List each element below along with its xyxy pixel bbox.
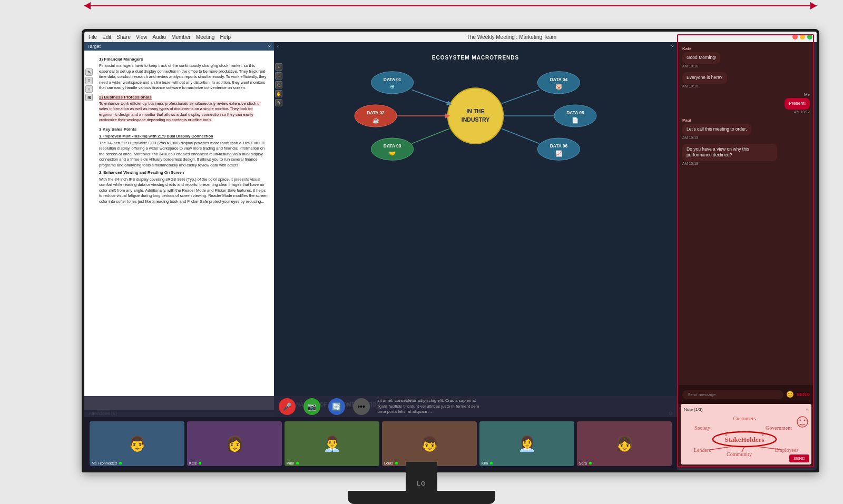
svg-point-7	[355, 105, 397, 127]
monitor-stand-neck	[406, 462, 437, 493]
pres-nav-left[interactable]: ‹	[277, 44, 279, 49]
attendee-kate-face: 👩	[187, 421, 282, 466]
share-icon: 🔄	[332, 402, 341, 411]
note-close-icon[interactable]: ×	[806, 407, 808, 412]
doc-panel-header: Target ×	[84, 42, 274, 51]
svg-text:IN THE: IN THE	[466, 108, 484, 114]
svg-text:DATA 03: DATA 03	[384, 143, 401, 149]
svg-text:DATA 04: DATA 04	[550, 77, 568, 82]
chat-input[interactable]	[682, 390, 783, 399]
note-title: Note (1/3)	[684, 407, 703, 412]
pres-tool-pencil[interactable]: ✎	[275, 99, 282, 106]
attendee-louis: 👦 Louis	[382, 421, 477, 466]
pres-tool-minus[interactable]: −	[275, 72, 282, 80]
svg-text:Community: Community	[727, 451, 752, 457]
doc-section-2-body: To enhance work efficiency, business pro…	[99, 101, 270, 123]
chat-msg-kate-2: Everyone is here? AM 10:10	[682, 72, 810, 88]
menu-edit[interactable]: Edit	[102, 34, 111, 40]
chat-sender-paul: Paul	[682, 118, 691, 123]
chat-time-me: AM 10:12	[794, 110, 810, 114]
doc-section-2-body-text: To enhance work efficiency, business pro…	[99, 101, 261, 123]
doc-section-3-title: 3 Key Sales Points	[99, 126, 270, 132]
svg-text:🐷: 🐷	[555, 83, 563, 90]
menu-file[interactable]: File	[89, 34, 97, 40]
svg-text:DATA 06: DATA 06	[550, 143, 568, 149]
doc-title: Target	[87, 44, 101, 49]
share-button[interactable]: 🔄	[328, 398, 345, 415]
tool-text[interactable]: T	[85, 77, 93, 84]
attendee-louis-face: 👦	[382, 421, 477, 466]
svg-point-38	[800, 420, 801, 421]
note-header: Note (1/3) ×	[684, 407, 808, 412]
attendee-me-face: 👨	[90, 421, 184, 466]
mic-icon: 🎤	[282, 402, 291, 411]
chat-input-area: 😊 SEND	[678, 385, 814, 404]
minimize-button[interactable]	[800, 34, 805, 39]
attendee-kim-face: 👩‍💼	[479, 421, 574, 466]
chat-bubble-paul-2: Do you have a view on why this performan…	[682, 144, 777, 162]
tool-pencil[interactable]: ✎	[85, 68, 93, 76]
close-button[interactable]	[792, 34, 798, 39]
attendee-louis-name: Louis	[384, 461, 398, 465]
note-send-button[interactable]: SEND	[789, 454, 809, 462]
tool-shape[interactable]: ○	[85, 85, 93, 93]
menu-view[interactable]: View	[136, 34, 148, 40]
svg-text:⊕: ⊕	[390, 83, 395, 90]
svg-point-3	[371, 72, 414, 94]
pres-tool-plus[interactable]: +	[275, 63, 282, 71]
svg-line-26	[502, 129, 540, 143]
svg-line-18	[502, 90, 540, 104]
ecosystem-svg: IN THE INDUSTRY DATA 01 ⊕ DATA 02 ☕	[274, 63, 677, 169]
chat-sender-kate: Kate	[682, 46, 691, 51]
chat-bubble-me: Present!	[785, 98, 810, 110]
monitor-screen: File Edit Share View Audio Member Meetin…	[84, 32, 817, 470]
attendee-kim-name: Kim	[482, 461, 493, 465]
pres-tool-fit[interactable]: ⊡	[275, 81, 282, 88]
video-button[interactable]: 📷	[303, 398, 320, 415]
chat-time-kate-2: AM 10:10	[682, 84, 698, 88]
monitor-stand-base	[348, 491, 495, 504]
doc-section-2-highlight: 2) Business Professionals	[99, 95, 152, 100]
doc-close-icon[interactable]: ×	[268, 44, 271, 49]
chat-panel: Kate Good Morning! AM 10:10 Everyone is …	[678, 42, 814, 467]
chat-send-button[interactable]: SEND	[797, 392, 810, 397]
pres-header: ‹ ×	[274, 42, 677, 51]
doc-subsection-2: 2. Enhanced Viewing and Reading On Scree…	[99, 170, 270, 176]
chat-me-label: Me	[804, 92, 810, 97]
window-controls	[792, 34, 817, 39]
menu-share[interactable]: Share	[116, 34, 131, 40]
mic-button[interactable]: 🎤	[279, 398, 296, 415]
attendee-sara-name: Sara	[579, 461, 592, 465]
video-icon: 📷	[307, 402, 316, 411]
doc-section-2-title: 2) Business Professionals	[99, 94, 270, 100]
svg-line-40	[710, 447, 731, 450]
attendees-bar: 👨 Me / connected 👩 Kate 👨‍💼 Paul 👦 Louis…	[84, 417, 677, 470]
doc-content: 1) Financial Managers Financial managers…	[95, 51, 274, 207]
pres-tool-hand[interactable]: ✋	[275, 90, 282, 97]
window-title: The Weekly Meeting : Marketing Team	[231, 34, 792, 40]
menu-member[interactable]: Member	[171, 34, 191, 40]
emoji-button[interactable]: 😊	[786, 391, 794, 398]
menu-meeting[interactable]: Meeting	[196, 34, 215, 40]
tool-select[interactable]: ⊞	[85, 94, 93, 101]
ecosystem-diagram: IN THE INDUSTRY DATA 01 ⊕ DATA 02 ☕	[274, 63, 677, 169]
toolbar-text: sit amet, consectetur adipiscing elit. C…	[378, 398, 483, 414]
menu-audio[interactable]: Audio	[153, 34, 166, 40]
menu-help[interactable]: Help	[220, 34, 231, 40]
maximize-button[interactable]	[807, 34, 812, 39]
svg-text:Society: Society	[694, 425, 710, 431]
chat-bubble-kate-2: Everyone is here?	[682, 72, 727, 84]
attendee-paul-name: Paul	[287, 461, 299, 465]
svg-text:Lenders: Lenders	[694, 447, 711, 453]
chat-time-paul-2: AM 10:18	[682, 162, 698, 165]
svg-point-15	[537, 72, 580, 94]
more-button[interactable]: •••	[353, 398, 370, 415]
svg-point-11	[371, 138, 414, 160]
attendee-paul: 👨‍💼 Paul	[285, 421, 379, 466]
pres-close-icon[interactable]: ×	[671, 44, 674, 49]
menu-bar: File Edit Share View Audio Member Meetin…	[84, 32, 817, 42]
chat-msg-paul-2: Do you have a view on why this performan…	[682, 144, 810, 166]
chat-time-paul-1: AM 10:13	[682, 136, 698, 140]
note-panel: Note (1/3) × Customers Society Governmen…	[681, 404, 811, 465]
svg-text:DATA 01: DATA 01	[384, 77, 401, 82]
